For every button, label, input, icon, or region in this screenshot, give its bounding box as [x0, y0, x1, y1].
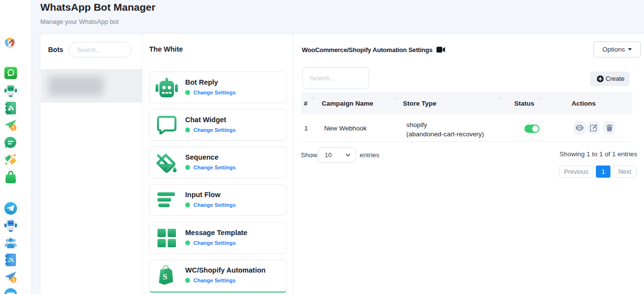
svg-text:1: 1 — [13, 277, 15, 282]
svg-text:S: S — [163, 272, 167, 281]
